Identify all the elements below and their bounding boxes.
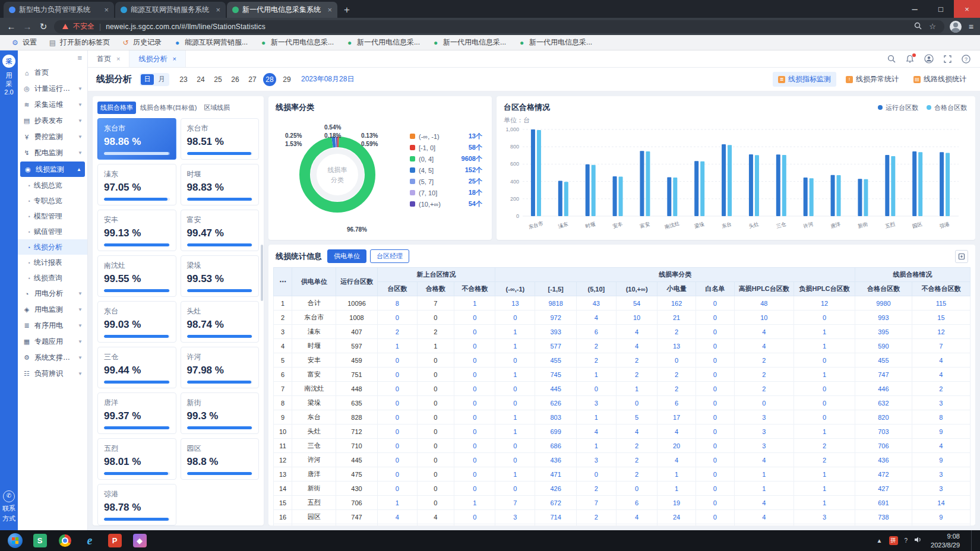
- tab-close-icon[interactable]: ×: [104, 5, 109, 14]
- table-cell[interactable]: 21: [657, 311, 696, 325]
- table-cell[interactable]: 1: [495, 325, 535, 339]
- table-cell[interactable]: 4: [657, 425, 696, 439]
- table-cell[interactable]: 1: [794, 496, 855, 510]
- table-cell[interactable]: 12: [794, 296, 855, 311]
- table-cell[interactable]: 7: [912, 339, 970, 353]
- table-cell[interactable]: 0: [696, 410, 734, 425]
- table-cell[interactable]: 0: [794, 396, 855, 410]
- table-cell[interactable]: 0: [454, 453, 495, 467]
- table-cell[interactable]: 4: [734, 524, 794, 526]
- bar[interactable]: [694, 161, 698, 216]
- taskbar-icon-ie[interactable]: e: [77, 530, 102, 551]
- table-cell[interactable]: 1: [377, 496, 417, 510]
- table-cell[interactable]: 0: [616, 396, 657, 410]
- rate-tab-pass-rate[interactable]: 线损合格率: [97, 102, 136, 114]
- bar[interactable]: [891, 156, 895, 216]
- table-cell[interactable]: 20: [657, 439, 696, 453]
- table-cell[interactable]: 6: [576, 325, 616, 339]
- table-cell[interactable]: 2: [576, 510, 616, 524]
- table-cell[interactable]: 0: [794, 382, 855, 396]
- table-cell[interactable]: 691: [855, 496, 912, 510]
- table-cell[interactable]: 0: [794, 311, 855, 325]
- volume-icon[interactable]: [914, 536, 922, 545]
- table-cell[interactable]: 2: [657, 368, 696, 382]
- sidebar-item-load-identify[interactable]: ☷负荷辨识▼: [18, 366, 87, 382]
- table-cell[interactable]: 7: [576, 496, 616, 510]
- legend-item[interactable]: (4, 5]152个: [410, 164, 482, 176]
- bar[interactable]: [755, 155, 759, 216]
- tab-close-icon[interactable]: ×: [116, 55, 120, 62]
- sidebar-item-fee-control[interactable]: ¥费控监测▼: [18, 129, 87, 145]
- table-cell[interactable]: 6: [616, 496, 657, 510]
- table-cell[interactable]: 632: [855, 396, 912, 410]
- table-cell[interactable]: 31: [657, 524, 696, 526]
- region-card[interactable]: 唐洋99.37 %: [97, 392, 176, 434]
- table-cell[interactable]: 455: [855, 353, 912, 368]
- browser-tab-marketing[interactable]: 能源互联网营销服务系统×: [115, 2, 226, 18]
- bar[interactable]: [646, 151, 650, 216]
- bar[interactable]: [531, 129, 535, 216]
- browser-tab-neweic[interactable]: 新一代用电信息采集系统×: [227, 2, 337, 18]
- table-cell[interactable]: 2: [616, 467, 657, 482]
- date-option-26[interactable]: 26: [229, 73, 242, 86]
- table-cell[interactable]: 48: [734, 296, 794, 311]
- table-cell[interactable]: 10: [616, 311, 657, 325]
- table-cell[interactable]: 0: [616, 482, 657, 496]
- bookmark-new-tab-page[interactable]: ▤打开新的标签页: [43, 36, 115, 49]
- sidebar-subitem-model-mgmt[interactable]: ▪模型管理: [18, 208, 87, 224]
- table-cell[interactable]: 427: [855, 482, 912, 496]
- legend-item[interactable]: (5, 7]25个: [410, 176, 482, 187]
- minimize-button[interactable]: ─: [902, 0, 928, 18]
- bar[interactable]: [885, 155, 889, 216]
- bar[interactable]: [837, 175, 841, 216]
- region-card[interactable]: 安丰99.13 %: [97, 210, 176, 251]
- table-cell[interactable]: 0: [696, 439, 734, 453]
- table-cell[interactable]: 745: [535, 368, 576, 382]
- show-desktop-button[interactable]: [971, 530, 975, 551]
- bar[interactable]: [912, 151, 916, 216]
- indicator-monitor-button[interactable]: ≣线损指标监测: [773, 72, 836, 87]
- table-cell[interactable]: 12: [912, 325, 970, 339]
- table-cell[interactable]: 15: [912, 311, 970, 325]
- table-cell[interactable]: 446: [855, 382, 912, 396]
- table-cell[interactable]: 729: [855, 524, 912, 526]
- table-cell[interactable]: 0: [377, 453, 417, 467]
- sidebar-item-home[interactable]: ⌂首页: [18, 65, 87, 81]
- table-cell[interactable]: 9: [912, 510, 970, 524]
- table-cell[interactable]: 1: [454, 296, 495, 311]
- table-cell[interactable]: 1: [495, 339, 535, 353]
- table-cell[interactable]: 393: [535, 325, 576, 339]
- contact-widget[interactable]: ✆ 联系 方式: [0, 490, 18, 524]
- maximize-button[interactable]: □: [928, 0, 954, 18]
- table-cell[interactable]: 1: [495, 410, 535, 425]
- table-cell[interactable]: 0: [495, 396, 535, 410]
- bar[interactable]: [564, 182, 568, 216]
- bar[interactable]: [537, 130, 541, 216]
- table-cell[interactable]: 2: [657, 325, 696, 339]
- table-cell[interactable]: 3: [495, 510, 535, 524]
- bar[interactable]: [722, 144, 726, 216]
- table-cell[interactable]: 2: [616, 453, 657, 467]
- table-cell[interactable]: 4: [912, 439, 970, 453]
- table-cell[interactable]: 706: [855, 439, 912, 453]
- table-cell[interactable]: 4: [734, 453, 794, 467]
- table-cell[interactable]: 9818: [535, 296, 576, 311]
- start-button[interactable]: [2, 530, 27, 551]
- table-cell[interactable]: 2: [734, 353, 794, 368]
- table-cell[interactable]: 2: [616, 439, 657, 453]
- sidebar-item-system-support[interactable]: ⚙系统支撑功能▼: [18, 350, 87, 366]
- sidebar-subitem-assignment-mgmt[interactable]: ▪赋值管理: [18, 224, 87, 239]
- bookmark-neweic-fav-4[interactable]: ●新一代用电信息采...: [513, 36, 598, 49]
- table-cell[interactable]: 738: [855, 510, 912, 524]
- table-cell[interactable]: 0: [696, 396, 734, 410]
- sidebar-item-collection-ops[interactable]: ≋采集运维▼: [18, 97, 87, 113]
- table-cell[interactable]: 0: [377, 311, 417, 325]
- region-card[interactable]: 三仓99.44 %: [97, 347, 176, 388]
- table-cell[interactable]: 2: [576, 482, 616, 496]
- table-cell[interactable]: 19: [657, 496, 696, 510]
- table-cell[interactable]: 703: [855, 425, 912, 439]
- table-cell[interactable]: 2: [734, 382, 794, 396]
- table-cell[interactable]: 698: [535, 524, 576, 526]
- forward-icon[interactable]: →: [22, 21, 33, 31]
- table-cell[interactable]: 4: [616, 339, 657, 353]
